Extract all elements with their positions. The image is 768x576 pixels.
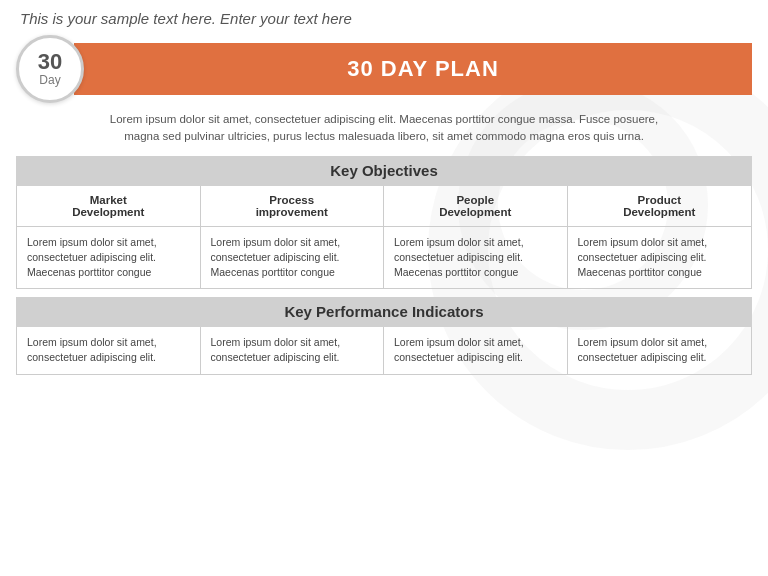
objectives-table: MarketDevelopment Processimprovement Peo…	[16, 186, 752, 290]
kpi-cell-1: Lorem ipsum dolor sit amet, consectetuer…	[201, 327, 385, 373]
kpi-title: Key Performance Indicators	[284, 303, 483, 320]
key-objectives-title: Key Objectives	[330, 162, 438, 179]
col-header-market: MarketDevelopment	[17, 186, 201, 226]
objectives-col-headers: MarketDevelopment Processimprovement Peo…	[17, 186, 751, 227]
day-badge: 30 Day	[16, 35, 84, 103]
objectives-cell-3: Lorem ipsum dolor sit amet, consectetuer…	[568, 227, 752, 289]
kpi-content-row: Lorem ipsum dolor sit amet, consectetuer…	[17, 327, 751, 373]
day-label: Day	[39, 73, 60, 87]
col-header-process: Processimprovement	[201, 186, 385, 226]
col-header-people: PeopleDevelopment	[384, 186, 568, 226]
kpi-header: Key Performance Indicators	[16, 297, 752, 327]
kpi-cell-0: Lorem ipsum dolor sit amet, consectetuer…	[17, 327, 201, 373]
banner-title: 30 DAY PLAN	[347, 56, 499, 82]
kpi-cell-3: Lorem ipsum dolor sit amet, consectetuer…	[568, 327, 752, 373]
objectives-cell-2: Lorem ipsum dolor sit amet, consectetuer…	[384, 227, 568, 289]
kpi-cell-2: Lorem ipsum dolor sit amet, consectetuer…	[384, 327, 568, 373]
header-section: 30 Day 30 DAY PLAN	[16, 35, 752, 103]
objectives-content-row: Lorem ipsum dolor sit amet, consectetuer…	[17, 227, 751, 289]
objectives-cell-0: Lorem ipsum dolor sit amet, consectetuer…	[17, 227, 201, 289]
kpi-table: Lorem ipsum dolor sit amet, consectetuer…	[16, 327, 752, 374]
objectives-cell-1: Lorem ipsum dolor sit amet, consectetuer…	[201, 227, 385, 289]
col-header-product: ProductDevelopment	[568, 186, 752, 226]
day-number: 30	[38, 51, 62, 73]
page: This is your sample text here. Enter you…	[0, 0, 768, 576]
content-area: This is your sample text here. Enter you…	[0, 0, 768, 375]
key-objectives-header: Key Objectives	[16, 156, 752, 186]
sample-text: This is your sample text here. Enter you…	[0, 0, 768, 35]
plan-description: Lorem ipsum dolor sit amet, consectetuer…	[100, 111, 668, 146]
header-banner: 30 DAY PLAN	[74, 43, 752, 95]
